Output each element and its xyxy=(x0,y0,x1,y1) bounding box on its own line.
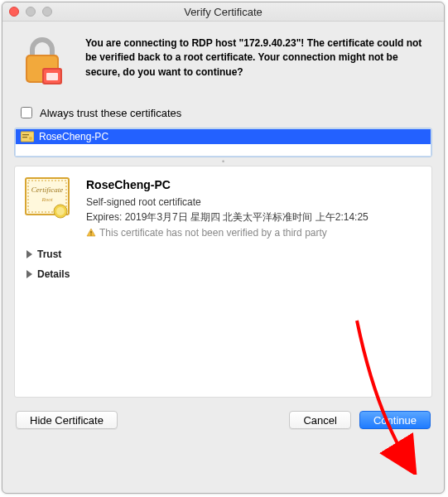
trust-disclosure-label: Trust xyxy=(37,248,61,260)
svg-text:Certificate: Certificate xyxy=(31,186,64,194)
certificate-list-item-label: RoseCheng-PC xyxy=(39,131,108,142)
always-trust-checkbox[interactable] xyxy=(21,107,32,118)
window-zoom-button xyxy=(42,7,52,17)
certificate-list-empty-row xyxy=(16,144,431,156)
svg-rect-6 xyxy=(22,134,29,135)
always-trust-row[interactable]: Always trust these certificates xyxy=(2,99,444,126)
window-minimize-button xyxy=(26,7,36,17)
hide-certificate-button[interactable]: Hide Certificate xyxy=(16,411,118,429)
cancel-button[interactable]: Cancel xyxy=(289,411,350,429)
certificate-list-item[interactable]: RoseCheng-PC xyxy=(16,129,431,144)
continue-button[interactable]: Continue xyxy=(359,411,431,429)
lock-warning-icon xyxy=(19,36,69,89)
certificate-list[interactable]: RoseCheng-PC xyxy=(14,128,432,157)
chevron-right-icon xyxy=(26,250,32,258)
details-disclosure[interactable]: Details xyxy=(25,268,422,280)
svg-point-14 xyxy=(56,207,65,215)
always-trust-label: Always trust these certificates xyxy=(40,107,181,119)
window-close-button[interactable] xyxy=(9,7,19,17)
svg-rect-4 xyxy=(46,73,58,80)
certificate-small-icon xyxy=(21,131,34,142)
trust-disclosure[interactable]: Trust xyxy=(25,248,422,260)
svg-rect-15 xyxy=(90,231,91,234)
certificate-expires: Expires: 2019年3月7日 星期四 北美太平洋标准时间 上午2:14:… xyxy=(86,210,369,225)
svg-rect-7 xyxy=(22,137,27,138)
certificate-warning-text: This certificate has not been verified b… xyxy=(99,225,327,241)
titlebar: Verify Certificate xyxy=(2,2,444,22)
svg-point-8 xyxy=(29,137,32,140)
details-disclosure-label: Details xyxy=(37,268,70,280)
certificate-detail-panel: Certificate Root RoseCheng-PC Self-signe… xyxy=(14,166,432,398)
certificate-name: RoseCheng-PC xyxy=(86,176,369,195)
certificate-subtitle: Self-signed root certificate xyxy=(86,195,369,210)
svg-rect-16 xyxy=(90,234,91,235)
warning-triangle-icon xyxy=(86,228,96,238)
certificate-large-icon: Certificate Root xyxy=(25,176,73,224)
chevron-right-icon xyxy=(26,270,32,278)
warning-message: You are connecting to RDP host "172.9.40… xyxy=(85,36,427,80)
verify-certificate-dialog: Verify Certificate You are connecting to… xyxy=(2,2,445,494)
svg-text:Root: Root xyxy=(41,196,53,203)
window-title: Verify Certificate xyxy=(2,6,444,18)
list-resize-handle[interactable]: • xyxy=(2,157,444,166)
